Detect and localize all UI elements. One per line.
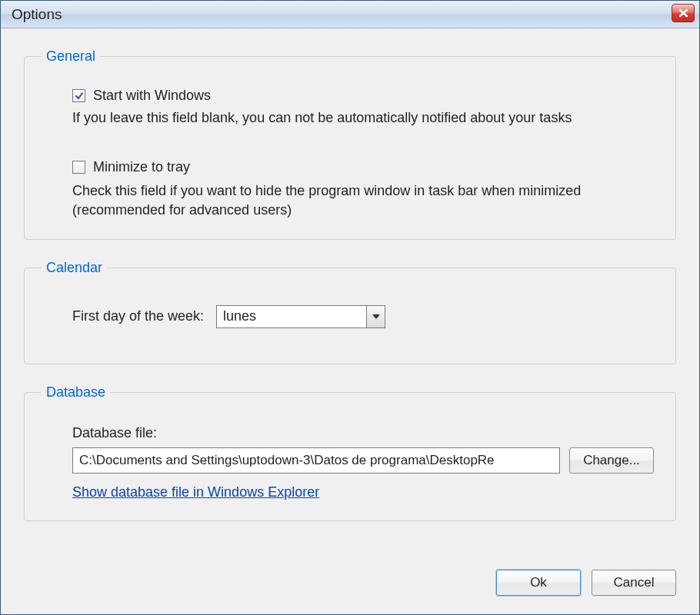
checkmark-icon — [75, 91, 84, 101]
titlebar: Options — [1, 1, 699, 28]
database-file-input[interactable] — [72, 447, 560, 474]
general-group: General Start with Windows If you leave … — [24, 48, 676, 240]
calendar-legend: Calendar — [42, 260, 107, 276]
close-icon — [678, 8, 688, 18]
first-day-combobox[interactable]: lunes — [216, 305, 385, 328]
options-dialog: Options General Start with Windows — [0, 0, 700, 615]
start-with-windows-desc: If you leave this field blank, you can n… — [72, 108, 654, 127]
minimize-to-tray-row: Minimize to tray — [72, 159, 654, 177]
start-with-windows-label: Start with Windows — [93, 88, 211, 104]
database-file-label: Database file: — [72, 425, 654, 441]
checkbox-box-icon — [72, 161, 85, 174]
first-day-value: lunes — [217, 308, 366, 324]
start-with-windows-row: Start with Windows — [72, 88, 654, 104]
database-legend: Database — [42, 384, 110, 401]
minimize-to-tray-desc: Check this field if you want to hide the… — [72, 181, 654, 219]
database-group: Database Database file: Change... Show d… — [24, 384, 676, 521]
change-button[interactable]: Change... — [569, 447, 654, 474]
chevron-down-icon — [372, 314, 380, 319]
minimize-to-tray-label: Minimize to tray — [93, 159, 190, 175]
general-legend: General — [42, 48, 100, 65]
close-button[interactable] — [672, 4, 695, 22]
dropdown-button[interactable] — [366, 306, 385, 327]
dialog-content: General Start with Windows If you leave … — [1, 28, 699, 562]
cancel-button[interactable]: Cancel — [592, 570, 676, 596]
minimize-to-tray-checkbox[interactable]: Minimize to tray — [72, 159, 190, 175]
calendar-group: Calendar First day of the week: lunes — [24, 260, 676, 364]
first-day-label: First day of the week: — [72, 308, 204, 324]
window-title: Options — [12, 6, 62, 23]
start-with-windows-checkbox[interactable]: Start with Windows — [72, 88, 211, 104]
dialog-footer: Ok Cancel — [1, 562, 699, 614]
show-in-explorer-link[interactable]: Show database file in Windows Explorer — [72, 484, 319, 500]
checkbox-box-icon — [72, 89, 85, 102]
database-file-row: Change... — [72, 447, 654, 474]
ok-button[interactable]: Ok — [496, 570, 581, 596]
first-day-row: First day of the week: lunes — [72, 305, 654, 328]
